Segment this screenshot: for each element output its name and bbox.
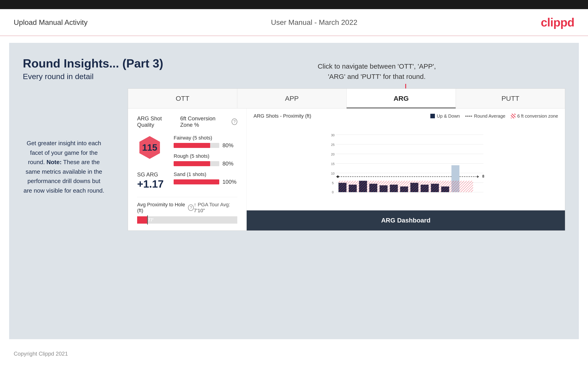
bar-fill-rough [174,161,210,166]
dashboard-card: OTT APP ARG PUTT ARG Shot Quality 6ft Co… [128,88,565,231]
hex-number: 115 [142,142,157,153]
help-icon[interactable]: ? [232,118,237,125]
shot-row-rough: Rough (5 shots) 80% [174,153,237,167]
note-bold: Note: [47,159,62,166]
legend-dashed-icon [465,116,472,117]
panel-header: ARG Shot Quality 6ft Conversion Zone % ? [137,115,237,128]
avg-value-label: 8 [482,174,484,178]
sg-label: SG ARG [137,171,164,178]
pga-avg: ↑ PGA Tour Avg: 7'10" [194,202,237,214]
sg-value: +1.17 [137,178,164,190]
y-label-30: 30 [331,133,335,137]
y-label-15: 15 [331,162,335,166]
legend-round-avg: Round Average [465,114,505,119]
copyright-text: Copyright Clippd 2021 [14,350,68,357]
bars-column: Fairway (5 shots) 80% Rough (5 shots) [174,135,237,190]
left-description: Get greater insight into each facet of y… [23,139,105,196]
tab-ott[interactable]: OTT [128,89,237,108]
header-upload-label: Upload Manual Activity [14,18,88,27]
bar-pct-fairway: 80% [223,142,236,149]
tab-bar: OTT APP ARG PUTT [128,89,565,108]
bar-chart: 0 5 10 15 20 25 30 [253,123,558,210]
proximity-section: Avg Proximity to Hole (ft) ? ↑ PGA Tour … [137,197,237,224]
proximity-bar-fill [137,216,147,224]
footer: Copyright Clippd 2021 [0,346,588,361]
bar-fill-sand [174,179,219,184]
proximity-header: Avg Proximity to Hole (ft) ? ↑ PGA Tour … [137,202,237,214]
legend-round-avg-label: Round Average [474,114,505,119]
y-label-0: 0 [332,190,334,194]
bar-fill-fairway [174,143,210,148]
y-label-5: 5 [332,181,334,185]
proximity-help-icon[interactable]: ? [188,204,194,211]
chart-title: ARG Shots - Proximity (ft) [253,113,311,119]
shot-label-sand: Sand (1 shots) [174,171,237,177]
proximity-bar-container: 77' [137,216,237,224]
shot-row-fairway: Fairway (5 shots) 80% [174,135,237,149]
legend-conversion-zone: 6 ft conversion zone [511,114,558,119]
y-label-10: 10 [331,172,335,175]
chart-header: ARG Shots - Proximity (ft) Up & Down Rou… [253,113,558,119]
header-manual-label: User Manual - March 2022 [271,18,357,27]
tab-arg[interactable]: ARG [346,89,456,108]
page-title: Round Insights... (Part 3) [23,57,565,70]
main-content: Round Insights... (Part 3) Every round i… [9,43,579,339]
top-bar [0,0,588,9]
hex-bars-row: 115 SG ARG +1.17 Fairway (5 shots) [137,135,237,190]
chart-svg: 0 5 10 15 20 25 30 [253,123,558,196]
hatch-zone [339,181,473,192]
bar-row-sand: 100% [174,179,237,185]
proximity-value: 77' [147,218,155,223]
panel-title: ARG Shot Quality [137,115,174,128]
shot-row-sand: Sand (1 shots) 100% [174,171,237,185]
bar-row-rough: 80% [174,160,237,167]
shot-label-rough: Rough (5 shots) [174,153,237,159]
tab-putt[interactable]: PUTT [456,89,565,108]
left-panel: ARG Shot Quality 6ft Conversion Zone % ?… [128,108,247,230]
y-label-20: 20 [331,152,335,156]
bar-track-fairway [174,143,219,148]
legend-conversion-label: 6 ft conversion zone [517,114,558,119]
legend-updown-label: Up & Down [437,114,460,119]
page-subtitle: Every round in detail [23,72,565,81]
logo: clippd [541,16,574,29]
bar-track-sand [174,179,219,184]
legend-hatch-icon [511,114,515,118]
arg-dashboard-button[interactable]: ARG Dashboard [247,210,565,230]
bar-pct-sand: 100% [223,179,236,185]
hexagon-score: 115 [137,135,162,160]
bar-track-rough [174,161,219,166]
tab-app[interactable]: APP [237,89,346,108]
shot-label-fairway: Fairway (5 shots) [174,135,237,141]
panel-subtitle: 6ft Conversion Zone % [180,115,228,128]
legend-up-down: Up & Down [430,114,460,119]
nav-hint: Click to navigate between 'OTT', 'APP','… [318,61,436,82]
header: Upload Manual Activity User Manual - Mar… [0,9,588,36]
chart-legend: Up & Down Round Average 6 ft conversion … [430,114,558,119]
card-content: ARG Shot Quality 6ft Conversion Zone % ?… [128,108,565,230]
legend-updown-icon [430,114,435,118]
bar-row-fairway: 80% [174,142,237,149]
right-panel: ARG Shots - Proximity (ft) Up & Down Rou… [247,108,565,230]
hex-column: 115 SG ARG +1.17 [137,135,174,190]
proximity-title: Avg Proximity to Hole (ft) [137,202,186,214]
proximity-cursor [147,215,148,225]
avg-arrow-right [477,175,479,178]
avg-diamond-left [336,175,339,178]
bar-pct-rough: 80% [223,160,236,167]
y-label-25: 25 [331,143,335,147]
